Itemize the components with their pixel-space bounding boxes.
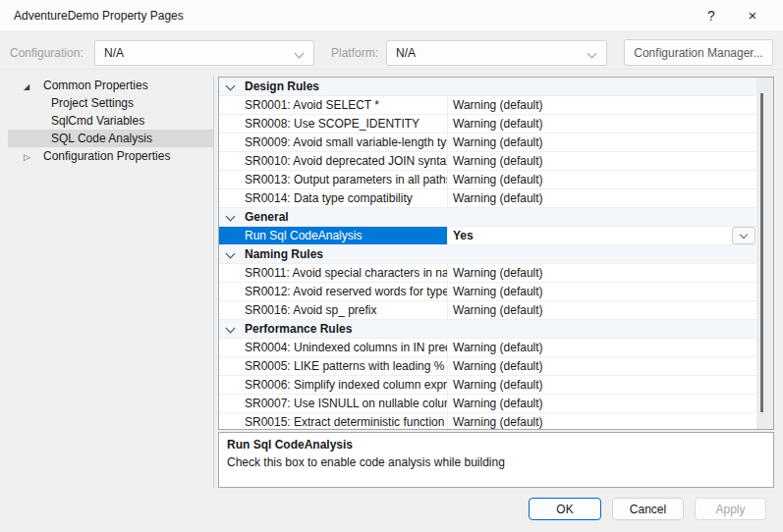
setting-name-label: SR0013: Output parameters in all paths [245,173,448,186]
setting-value-label: Warning (default) [453,135,543,149]
vertical-scrollbar[interactable] [756,78,773,429]
tree-item-project-settings[interactable]: Project Settings [8,94,213,112]
grid-row: SR0010: Avoid deprecated JOIN syntaxWarn… [219,152,756,171]
grid-rows: Design RulesSR0001: Avoid SELECT *Warnin… [219,78,756,430]
setting-name-label: SR0001: Avoid SELECT * [245,98,379,112]
chevron-down-icon [226,248,236,258]
setting-name-label: SR0016: Avoid sp_ prefix [245,303,377,317]
help-icon[interactable]: ? [696,0,727,30]
chevron-down-icon [295,49,305,59]
grid-row: SR0005: LIKE patterns with leading %Warn… [219,357,756,376]
setting-value[interactable]: Warning (default) [448,264,756,282]
setting-value-label: Warning (default) [453,303,543,317]
grid-row: SR0012: Avoid reserved words for type nW… [219,283,756,301]
grid-row: SR0013: Output parameters in all pathsWa… [219,171,756,189]
setting-name-label: SR0012: Avoid reserved words for type n [245,285,448,298]
setting-name-label: Run Sql CodeAnalysis [245,229,362,242]
setting-name[interactable]: SR0013: Output parameters in all paths [219,171,448,188]
tree-item-label: Common Properties [43,79,148,92]
platform-value: N/A [396,46,416,60]
setting-value[interactable]: Warning (default) [448,376,756,394]
setting-value[interactable]: Warning (default) [448,152,756,170]
setting-value[interactable]: Yes [448,227,756,244]
platform-label: Platform: [331,46,378,60]
cancel-button[interactable]: Cancel [612,498,684,520]
setting-value[interactable]: Warning (default) [448,413,756,430]
chevron-down-icon [226,80,236,90]
tree-item-sqlcmd-variables[interactable]: SqlCmd Variables [8,112,213,130]
configuration-label: Configuration: [10,46,84,60]
setting-value-label: Warning (default) [453,98,543,112]
setting-value[interactable]: Warning (default) [448,283,756,300]
grid-row: SR0016: Avoid sp_ prefixWarning (default… [219,301,756,320]
apply-button[interactable]: Apply [695,498,766,520]
setting-value[interactable]: Warning (default) [448,189,756,207]
tree-item-common-properties[interactable]: Common Properties [8,77,213,94]
description-panel: Run Sql CodeAnalysis Check this box to e… [218,432,774,488]
setting-value[interactable]: Warning (default) [448,339,756,356]
category-row-general[interactable]: General [219,208,756,227]
setting-name[interactable]: SR0016: Avoid sp_ prefix [219,301,448,319]
scrollbar-thumb[interactable] [760,93,763,412]
category-label: General [245,210,289,224]
tree-collapsed-icon[interactable] [24,150,37,162]
value-dropdown-button[interactable] [732,227,755,244]
setting-name[interactable]: SR0005: LIKE patterns with leading % [219,357,448,375]
setting-name[interactable]: SR0004: Unindexed columns in IN predic [219,339,448,356]
ok-button[interactable]: OK [529,498,601,520]
platform-dropdown[interactable]: N/A [386,40,607,66]
setting-value[interactable]: Warning (default) [448,171,756,188]
tree-item-configuration-properties[interactable]: Configuration Properties [8,147,213,165]
grid-row: SR0006: Simplify indexed column expresWa… [219,376,756,395]
setting-name[interactable]: SR0006: Simplify indexed column expres [219,376,448,394]
setting-value-label: Warning (default) [453,341,543,354]
tree-expanded-icon[interactable] [24,80,37,91]
setting-name[interactable]: SR0010: Avoid deprecated JOIN syntax [219,152,448,170]
configuration-manager-button[interactable]: Configuration Manager... [624,39,773,66]
setting-value[interactable]: Warning (default) [448,395,756,412]
setting-name[interactable]: Run Sql CodeAnalysis [219,227,448,244]
setting-value-label: Warning (default) [453,266,543,280]
setting-value[interactable]: Warning (default) [448,357,756,375]
setting-value-label: Warning (default) [453,378,543,392]
titlebar[interactable]: AdventureDemo Property Pages ? × [0,0,783,30]
setting-name-label: SR0009: Avoid small variable-length typ [245,135,448,149]
grid-row: SR0015: Extract deterministic function c… [219,413,756,430]
setting-name[interactable]: SR0001: Avoid SELECT * [219,96,448,114]
setting-name-label: SR0004: Unindexed columns in IN predic [245,341,448,354]
tree-item-label: Project Settings [51,96,134,110]
setting-name[interactable]: SR0007: Use ISNULL on nullable column [219,395,448,412]
setting-value-label: Warning (default) [453,173,543,186]
chevron-down-icon [740,231,748,239]
grid-row: SR0007: Use ISNULL on nullable columnWar… [219,395,756,413]
setting-name[interactable]: SR0009: Avoid small variable-length typ [219,133,448,151]
tree-item-sql-code-analysis[interactable]: SQL Code Analysis [8,130,213,147]
category-row-design-rules[interactable]: Design Rules [219,78,756,96]
window-title: AdventureDemo Property Pages [14,9,184,23]
setting-name-label: SR0010: Avoid deprecated JOIN syntax [245,154,448,168]
grid-row: SR0014: Data type compatibilityWarning (… [219,189,756,208]
chevron-down-icon [587,49,597,59]
setting-name-label: SR0005: LIKE patterns with leading % [245,359,444,373]
grid-row: Run Sql CodeAnalysisYes [219,227,756,245]
setting-value-label: Yes [453,229,474,242]
setting-name[interactable]: SR0015: Extract deterministic function c… [219,413,448,430]
setting-value[interactable]: Warning (default) [448,133,756,151]
category-row-performance-rules[interactable]: Performance Rules [219,320,756,339]
setting-name[interactable]: SR0011: Avoid special characters in nam [219,264,448,282]
setting-value-label: Warning (default) [453,285,543,298]
setting-value[interactable]: Warning (default) [448,301,756,319]
setting-name-label: SR0014: Data type compatibility [245,191,413,205]
setting-name[interactable]: SR0012: Avoid reserved words for type n [219,283,448,300]
grid-row: SR0004: Unindexed columns in IN predicWa… [219,339,756,357]
setting-name[interactable]: SR0014: Data type compatibility [219,189,448,207]
close-icon[interactable]: × [737,0,768,30]
setting-value[interactable]: Warning (default) [448,115,756,133]
configuration-dropdown[interactable]: N/A [94,40,314,66]
setting-value-label: Warning (default) [453,397,543,410]
description-text: Check this box to enable code analysis w… [227,455,765,469]
setting-value[interactable]: Warning (default) [448,96,756,114]
category-row-naming-rules[interactable]: Naming Rules [219,245,756,264]
setting-name[interactable]: SR0008: Use SCOPE_IDENTITY [219,115,448,133]
category-label: Design Rules [245,80,319,93]
